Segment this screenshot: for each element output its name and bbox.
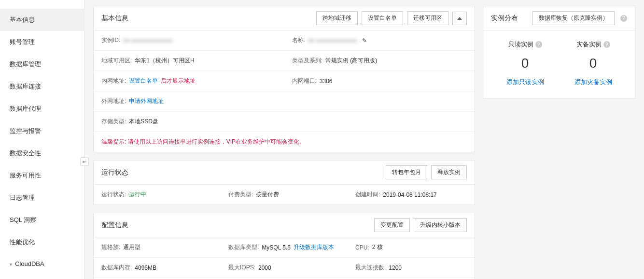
created-value: 2019-04-08 11:08:17 <box>383 191 436 198</box>
internet-addr-label: 外网地址: <box>101 97 126 105</box>
status-value: 运行中 <box>129 191 146 199</box>
help-icon[interactable]: ? <box>620 15 627 22</box>
sidebar-item-connection[interactable]: 数据库连接 <box>0 75 84 98</box>
conn-label: 最大连接数: <box>355 264 386 272</box>
edit-name-icon[interactable]: ✎ <box>362 37 367 44</box>
family-label: 规格族: <box>101 243 120 251</box>
storage-value: 本地SSD盘 <box>129 117 158 126</box>
billing-label: 付费类型: <box>228 191 253 199</box>
restore-db-button[interactable]: 数据库恢复（原克隆实例） <box>532 11 615 25</box>
distribution-title: 实例分布 <box>491 14 518 23</box>
intranet-whitelist-link[interactable]: 设置白名单 <box>129 77 158 85</box>
intranet-addr-after: 后才显示地址 <box>161 77 196 85</box>
iops-label: 最大IOPS: <box>228 264 255 272</box>
distribution-panel: 实例分布 数据库恢复（原克隆实例） ? 只读实例 ? 0 添加只读实例 <box>483 6 635 99</box>
name-label: 名称: <box>292 36 305 44</box>
sidebar-item-logs[interactable]: 日志管理 <box>0 187 84 209</box>
basic-info-panel: 基本信息 跨地域迁移 设置白名单 迁移可用区 实例ID: rm-xxxxxxxx… <box>93 6 475 152</box>
sidebar-item-security[interactable]: 数据安全性 <box>0 142 84 164</box>
warning-text: 请使用以上访问连接串进行实例连接，VIP在业务维护中可能会变化。 <box>128 138 305 145</box>
status-title: 运行状态 <box>101 168 128 177</box>
add-disaster-link[interactable]: 添加灾备实例 <box>559 78 627 87</box>
collapse-panel-icon[interactable] <box>452 12 467 25</box>
subscribe-button[interactable]: 转包年包月 <box>386 165 427 179</box>
intranet-port-label: 内网端口: <box>292 77 317 85</box>
status-panel: 运行状态 转包年包月 释放实例 运行状态: 运行中 付费类型: 按量付费 创建时… <box>93 160 475 205</box>
change-config-button[interactable]: 变更配置 <box>374 218 410 232</box>
disaster-help-icon[interactable]: ? <box>603 41 610 48</box>
disaster-label: 灾备实例 ? <box>559 40 627 49</box>
sidebar-item-basic-info[interactable]: 基本信息 <box>0 9 84 31</box>
warning-label: 温馨提示: <box>101 138 126 145</box>
status-label: 运行状态: <box>101 191 126 199</box>
readonly-count: 0 <box>491 56 559 71</box>
sidebar-item-database[interactable]: 数据库管理 <box>0 53 84 75</box>
conn-value: 1200 <box>389 264 402 271</box>
name-value: rm-xxxxxxxxxxxxxx <box>308 37 357 44</box>
mem-value: 4096MB <box>135 264 156 271</box>
sidebar-collapse-button[interactable]: ⇤ <box>80 157 89 166</box>
sidebar-item-sql-insight[interactable]: SQL 洞察 <box>0 209 84 231</box>
sidebar-item-monitor[interactable]: 监控与报警 <box>0 120 84 142</box>
basic-info-title: 基本信息 <box>101 14 128 23</box>
mem-label: 数据库内存: <box>101 264 132 272</box>
storage-label: 存储类型: <box>101 117 126 126</box>
cpu-label: CPU: <box>355 244 369 251</box>
sidebar-item-availability[interactable]: 服务可用性 <box>0 164 84 187</box>
whitelist-button[interactable]: 设置白名单 <box>362 11 403 25</box>
db-type-value: MySQL 5.5 <box>262 244 291 251</box>
created-label: 创建时间: <box>355 191 380 199</box>
intranet-addr-label: 内网地址: <box>101 77 126 85</box>
instance-id-label: 实例ID: <box>101 36 120 44</box>
type-label: 类型及系列: <box>292 57 322 65</box>
sidebar-item-performance[interactable]: 性能优化 <box>0 231 84 253</box>
internet-addr-link[interactable]: 申请外网地址 <box>129 97 164 105</box>
cpu-value: 2 核 <box>372 243 383 251</box>
billing-value: 按量付费 <box>256 191 279 199</box>
upgrade-db-link[interactable]: 升级数据库版本 <box>294 243 334 251</box>
upgrade-kernel-button[interactable]: 升级内核小版本 <box>414 218 467 232</box>
config-panel: 配置信息 变更配置 升级内核小版本 规格族: 通用型 数据库类型: MySQL … <box>93 213 475 279</box>
region-value: 华东1（杭州）可用区H <box>135 57 194 65</box>
db-type-label: 数据库类型: <box>228 243 259 251</box>
type-value: 常规实例 (高可用版) <box>325 57 377 65</box>
warning-row: 温馨提示: 请使用以上访问连接串进行实例连接，VIP在业务维护中可能会变化。 <box>94 132 475 152</box>
sidebar: 基本信息 账号管理 数据库管理 数据库连接 数据库代理 监控与报警 数据安全性 … <box>0 0 84 279</box>
sidebar-item-account[interactable]: 账号管理 <box>0 31 84 53</box>
migrate-region-button[interactable]: 跨地域迁移 <box>316 11 358 25</box>
disaster-count: 0 <box>559 56 627 71</box>
migrate-zone-button[interactable]: 迁移可用区 <box>407 11 448 25</box>
sidebar-item-perf-trend[interactable]: 性能趋势 <box>0 274 84 279</box>
region-label: 地域可用区: <box>101 57 132 65</box>
release-button[interactable]: 释放实例 <box>431 165 467 179</box>
iops-value: 2000 <box>258 264 271 271</box>
family-value: 通用型 <box>123 243 140 251</box>
readonly-label: 只读实例 ? <box>491 40 559 49</box>
intranet-port-value: 3306 <box>320 78 333 85</box>
instance-id-value: rm-xxxxxxxxxxxxxx <box>123 37 172 44</box>
sidebar-item-clouddba[interactable]: CloudDBA <box>0 253 84 274</box>
add-readonly-link[interactable]: 添加只读实例 <box>491 78 559 87</box>
config-title: 配置信息 <box>101 221 128 230</box>
readonly-help-icon[interactable]: ? <box>535 41 542 48</box>
sidebar-item-proxy[interactable]: 数据库代理 <box>0 98 84 120</box>
